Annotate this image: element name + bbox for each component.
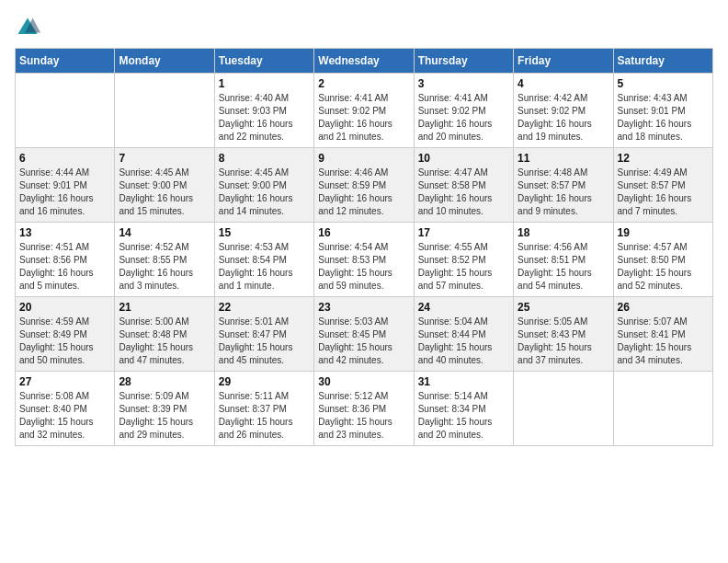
calendar-header-wednesday: Wednesday [314, 49, 414, 74]
calendar-header-tuesday: Tuesday [214, 49, 313, 74]
day-info: Sunrise: 4:59 AM Sunset: 8:49 PM Dayligh… [19, 316, 110, 367]
day-info: Sunrise: 4:41 AM Sunset: 9:02 PM Dayligh… [418, 92, 509, 144]
calendar-cell [115, 74, 214, 148]
day-number: 9 [318, 152, 409, 165]
day-number: 20 [19, 301, 110, 314]
calendar-cell: 19Sunrise: 4:57 AM Sunset: 8:50 PM Dayli… [613, 223, 712, 297]
day-info: Sunrise: 4:55 AM Sunset: 8:52 PM Dayligh… [418, 241, 509, 293]
logo-icon [15, 15, 40, 40]
day-number: 1 [219, 77, 310, 90]
day-number: 6 [19, 152, 110, 165]
calendar-cell: 5Sunrise: 4:43 AM Sunset: 9:01 PM Daylig… [613, 74, 712, 148]
calendar-week-row-5: 27Sunrise: 5:08 AM Sunset: 8:40 PM Dayli… [16, 372, 713, 446]
calendar-cell: 7Sunrise: 4:45 AM Sunset: 9:00 PM Daylig… [115, 148, 214, 223]
day-number: 10 [418, 152, 509, 165]
calendar-cell: 11Sunrise: 4:48 AM Sunset: 8:57 PM Dayli… [514, 148, 613, 223]
day-number: 28 [119, 375, 210, 388]
day-number: 27 [19, 375, 110, 388]
day-info: Sunrise: 4:52 AM Sunset: 8:55 PM Dayligh… [119, 241, 210, 293]
calendar-table: SundayMondayTuesdayWednesdayThursdayFrid… [15, 48, 713, 446]
day-info: Sunrise: 5:03 AM Sunset: 8:45 PM Dayligh… [318, 316, 409, 367]
day-number: 12 [618, 152, 709, 165]
day-info: Sunrise: 4:42 AM Sunset: 9:02 PM Dayligh… [518, 92, 609, 144]
calendar-cell: 27Sunrise: 5:08 AM Sunset: 8:40 PM Dayli… [16, 372, 115, 446]
day-info: Sunrise: 4:49 AM Sunset: 8:57 PM Dayligh… [618, 167, 709, 218]
calendar-cell: 26Sunrise: 5:07 AM Sunset: 8:41 PM Dayli… [613, 297, 712, 372]
calendar-week-row-4: 20Sunrise: 4:59 AM Sunset: 8:49 PM Dayli… [16, 297, 713, 372]
calendar-cell: 12Sunrise: 4:49 AM Sunset: 8:57 PM Dayli… [613, 148, 712, 223]
day-info: Sunrise: 5:09 AM Sunset: 8:39 PM Dayligh… [119, 390, 210, 442]
day-number: 26 [618, 301, 709, 314]
day-info: Sunrise: 4:54 AM Sunset: 8:53 PM Dayligh… [318, 241, 409, 293]
calendar-cell: 29Sunrise: 5:11 AM Sunset: 8:37 PM Dayli… [214, 372, 313, 446]
day-info: Sunrise: 4:46 AM Sunset: 8:59 PM Dayligh… [318, 167, 409, 218]
day-info: Sunrise: 4:43 AM Sunset: 9:01 PM Dayligh… [618, 92, 709, 144]
calendar-cell: 28Sunrise: 5:09 AM Sunset: 8:39 PM Dayli… [115, 372, 214, 446]
day-number: 4 [518, 77, 609, 90]
day-number: 23 [318, 301, 409, 314]
day-info: Sunrise: 4:40 AM Sunset: 9:03 PM Dayligh… [219, 92, 310, 144]
day-info: Sunrise: 5:14 AM Sunset: 8:34 PM Dayligh… [418, 390, 509, 442]
calendar-cell: 16Sunrise: 4:54 AM Sunset: 8:53 PM Dayli… [314, 223, 414, 297]
day-number: 2 [318, 77, 409, 90]
calendar-cell: 4Sunrise: 4:42 AM Sunset: 9:02 PM Daylig… [514, 74, 613, 148]
calendar-cell: 23Sunrise: 5:03 AM Sunset: 8:45 PM Dayli… [314, 297, 414, 372]
day-number: 19 [618, 226, 709, 239]
calendar-cell: 25Sunrise: 5:05 AM Sunset: 8:43 PM Dayli… [514, 297, 613, 372]
calendar-cell: 1Sunrise: 4:40 AM Sunset: 9:03 PM Daylig… [214, 74, 313, 148]
calendar-header-thursday: Thursday [414, 49, 513, 74]
calendar-cell: 6Sunrise: 4:44 AM Sunset: 9:01 PM Daylig… [16, 148, 115, 223]
day-info: Sunrise: 5:01 AM Sunset: 8:47 PM Dayligh… [219, 316, 310, 367]
day-info: Sunrise: 4:57 AM Sunset: 8:50 PM Dayligh… [618, 241, 709, 293]
day-info: Sunrise: 4:48 AM Sunset: 8:57 PM Dayligh… [518, 167, 609, 218]
day-number: 24 [418, 301, 509, 314]
calendar-cell: 17Sunrise: 4:55 AM Sunset: 8:52 PM Dayli… [414, 223, 513, 297]
calendar-cell: 31Sunrise: 5:14 AM Sunset: 8:34 PM Dayli… [414, 372, 513, 446]
day-info: Sunrise: 4:51 AM Sunset: 8:56 PM Dayligh… [19, 241, 110, 293]
page-header [15, 15, 713, 40]
day-info: Sunrise: 4:45 AM Sunset: 9:00 PM Dayligh… [219, 167, 310, 218]
calendar-header-sunday: Sunday [16, 49, 115, 74]
day-number: 14 [119, 226, 210, 239]
calendar-header-saturday: Saturday [613, 49, 712, 74]
day-info: Sunrise: 5:11 AM Sunset: 8:37 PM Dayligh… [219, 390, 310, 442]
calendar-cell: 15Sunrise: 4:53 AM Sunset: 8:54 PM Dayli… [214, 223, 313, 297]
calendar-cell: 18Sunrise: 4:56 AM Sunset: 8:51 PM Dayli… [514, 223, 613, 297]
day-info: Sunrise: 5:00 AM Sunset: 8:48 PM Dayligh… [119, 316, 210, 367]
calendar-week-row-1: 1Sunrise: 4:40 AM Sunset: 9:03 PM Daylig… [16, 74, 713, 148]
day-number: 8 [219, 152, 310, 165]
day-number: 16 [318, 226, 409, 239]
calendar-cell: 24Sunrise: 5:04 AM Sunset: 8:44 PM Dayli… [414, 297, 513, 372]
day-info: Sunrise: 4:47 AM Sunset: 8:58 PM Dayligh… [418, 167, 509, 218]
day-number: 13 [19, 226, 110, 239]
calendar-cell: 10Sunrise: 4:47 AM Sunset: 8:58 PM Dayli… [414, 148, 513, 223]
calendar-cell [514, 372, 613, 446]
day-number: 17 [418, 226, 509, 239]
calendar-header-monday: Monday [115, 49, 214, 74]
calendar-cell: 14Sunrise: 4:52 AM Sunset: 8:55 PM Dayli… [115, 223, 214, 297]
day-number: 5 [618, 77, 709, 90]
calendar-cell: 22Sunrise: 5:01 AM Sunset: 8:47 PM Dayli… [214, 297, 313, 372]
day-number: 3 [418, 77, 509, 90]
calendar-cell: 3Sunrise: 4:41 AM Sunset: 9:02 PM Daylig… [414, 74, 513, 148]
calendar-cell: 30Sunrise: 5:12 AM Sunset: 8:36 PM Dayli… [314, 372, 414, 446]
day-number: 29 [219, 375, 310, 388]
day-number: 30 [318, 375, 409, 388]
day-number: 18 [518, 226, 609, 239]
day-info: Sunrise: 5:08 AM Sunset: 8:40 PM Dayligh… [19, 390, 110, 442]
calendar-cell: 8Sunrise: 4:45 AM Sunset: 9:00 PM Daylig… [214, 148, 313, 223]
day-info: Sunrise: 4:45 AM Sunset: 9:00 PM Dayligh… [119, 167, 210, 218]
day-info: Sunrise: 4:44 AM Sunset: 9:01 PM Dayligh… [19, 167, 110, 218]
calendar-week-row-2: 6Sunrise: 4:44 AM Sunset: 9:01 PM Daylig… [16, 148, 713, 223]
day-info: Sunrise: 5:12 AM Sunset: 8:36 PM Dayligh… [318, 390, 409, 442]
calendar-cell: 21Sunrise: 5:00 AM Sunset: 8:48 PM Dayli… [115, 297, 214, 372]
calendar-week-row-3: 13Sunrise: 4:51 AM Sunset: 8:56 PM Dayli… [16, 223, 713, 297]
day-number: 11 [518, 152, 609, 165]
day-info: Sunrise: 4:53 AM Sunset: 8:54 PM Dayligh… [219, 241, 310, 293]
day-number: 21 [119, 301, 210, 314]
day-info: Sunrise: 5:07 AM Sunset: 8:41 PM Dayligh… [618, 316, 709, 367]
calendar-header-row: SundayMondayTuesdayWednesdayThursdayFrid… [16, 49, 713, 74]
day-number: 15 [219, 226, 310, 239]
calendar-cell [613, 372, 712, 446]
calendar-cell: 2Sunrise: 4:41 AM Sunset: 9:02 PM Daylig… [314, 74, 414, 148]
